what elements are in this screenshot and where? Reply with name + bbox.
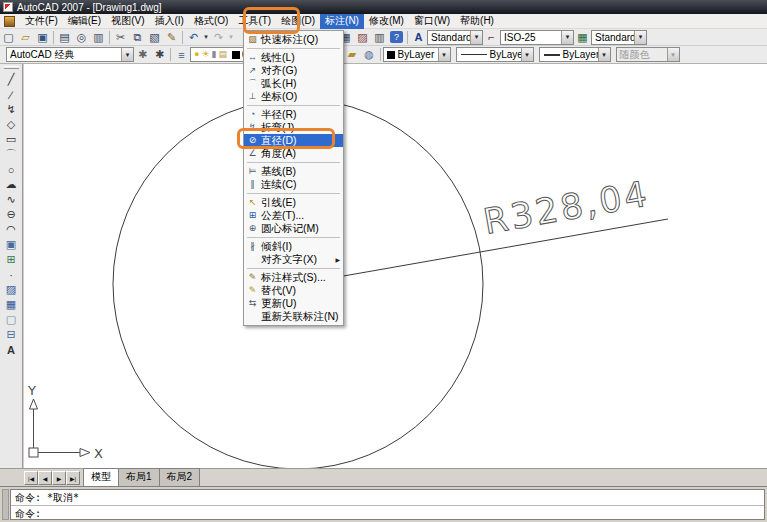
command-prompt-line[interactable]: 命令: <box>11 505 764 520</box>
combo-arrow-icon[interactable]: ▾ <box>598 48 610 61</box>
paste-icon[interactable]: ▧ <box>146 30 163 45</box>
menu-item-continue[interactable]: ∥ 连续(C) <box>244 178 343 191</box>
last-tab-button[interactable]: ▶| <box>66 471 80 485</box>
combo-arrow-icon[interactable]: ▾ <box>521 48 533 61</box>
make-block-icon[interactable]: ⊞ <box>3 252 20 267</box>
arc-icon[interactable]: ⌒ <box>3 147 20 162</box>
layer-states-icon[interactable]: ◍ <box>361 47 378 62</box>
command-window[interactable]: 命令: *取消* 命令: <box>10 489 765 520</box>
combo-arrow-icon[interactable]: ▾ <box>121 48 133 61</box>
menu-item-dimension-style[interactable]: ✎ 标注样式(S)... <box>244 271 343 284</box>
undo-icon[interactable]: ↶ <box>185 30 202 45</box>
copy-icon[interactable]: ⧉ <box>129 30 146 45</box>
combo-arrow-icon[interactable]: ▾ <box>470 31 482 44</box>
first-tab-button[interactable]: |◀ <box>24 471 38 485</box>
gradient-icon[interactable]: ▦ <box>3 297 20 312</box>
combo-arrow-icon[interactable]: ▾ <box>561 31 573 44</box>
table-style-combo[interactable]: Standard ▾ <box>591 30 647 45</box>
menu-item-ordinate[interactable]: ⊥ 坐标(O) <box>244 90 343 103</box>
drawing-file-icon[interactable] <box>4 16 15 27</box>
command-window-grip[interactable] <box>2 489 9 520</box>
tab-layout2[interactable]: 布局2 <box>159 468 201 486</box>
revision-cloud-icon[interactable]: ☁ <box>3 177 20 192</box>
lineweight-combo[interactable]: ByLayer ▾ <box>539 47 611 62</box>
layer-properties-icon[interactable]: ≡ <box>173 47 190 62</box>
drawing-area[interactable]: R328,04 Y X <box>24 64 767 468</box>
line-icon[interactable]: ╱ <box>3 72 20 87</box>
workspace-settings-icon[interactable]: ✱ <box>134 47 151 62</box>
save-icon[interactable]: ▣ <box>34 30 51 45</box>
menu-item-aligned[interactable]: ↗ 对齐(G) <box>244 64 343 77</box>
circle-icon[interactable]: ○ <box>3 162 20 177</box>
menu-dimension[interactable]: 标注(N) <box>320 14 364 29</box>
menu-item-update[interactable]: ⇆ 更新(U) <box>244 297 343 310</box>
undo-dropdown-icon[interactable]: ▾ <box>202 30 210 45</box>
region-icon[interactable]: ▢ <box>3 312 20 327</box>
menu-item-linear[interactable]: ↔ 线性(L) <box>244 51 343 64</box>
plot-preview-icon[interactable]: ◎ <box>73 30 90 45</box>
quickcalc-icon[interactable]: ▥ <box>371 30 388 45</box>
point-icon[interactable]: · <box>3 267 20 282</box>
markup-set-icon[interactable]: ▨ <box>354 30 371 45</box>
construction-line-icon[interactable]: ∕ <box>3 87 20 102</box>
color-combo[interactable]: ByLayer ▾ <box>383 47 451 62</box>
dim-style-combo[interactable]: ISO-25 ▾ <box>500 30 574 45</box>
ellipse-arc-icon[interactable]: ◠ <box>3 222 20 237</box>
plot-icon[interactable]: ▤ <box>56 30 73 45</box>
polygon-icon[interactable]: ◇ <box>3 117 20 132</box>
menu-item-override[interactable]: ✎ 替代(V) <box>244 284 343 297</box>
menu-item-oblique[interactable]: ∦ 倾斜(I) <box>244 240 343 253</box>
text-style-combo[interactable]: Standard ▾ <box>427 30 483 45</box>
workspace-combo[interactable]: AutoCAD 经典 ▾ <box>6 47 134 62</box>
ellipse-icon[interactable]: ⊖ <box>3 207 20 222</box>
tab-model[interactable]: 模型 <box>83 468 119 486</box>
menu-item-center-mark[interactable]: ⊕ 圆心标记(M) <box>244 222 343 235</box>
tab-layout1[interactable]: 布局1 <box>118 468 160 486</box>
open-file-icon[interactable]: ▱ <box>17 30 34 45</box>
redo-dropdown-icon[interactable]: ▾ <box>227 30 235 45</box>
menu-file[interactable]: 文件(F) <box>20 14 63 29</box>
menu-item-quick-dimension[interactable]: ▨ 快速标注(Q) <box>244 33 343 46</box>
layer-on-icon[interactable]: ● <box>194 50 199 59</box>
polyline-icon[interactable]: ↯ <box>3 102 20 117</box>
layer-plot-icon[interactable]: ▤ <box>218 50 227 59</box>
new-file-icon[interactable]: ▢ <box>0 30 17 45</box>
menu-item-tolerance[interactable]: ⊞ 公差(T)... <box>244 209 343 222</box>
layer-previous-icon[interactable]: ▰ <box>344 47 361 62</box>
cut-icon[interactable]: ✂ <box>112 30 129 45</box>
radius-dimension-text[interactable]: R328,04 <box>480 173 652 242</box>
publish-icon[interactable]: ▥ <box>90 30 107 45</box>
menu-item-reassociate[interactable]: 重新关联标注(N) <box>244 310 343 323</box>
combo-arrow-icon[interactable]: ▾ <box>634 31 646 44</box>
title-bar[interactable]: AutoCAD 2007 - [Drawing1.dwg] <box>0 0 767 14</box>
previous-tab-button[interactable]: ◀ <box>38 471 52 485</box>
layer-freeze-icon[interactable]: ☀ <box>201 50 209 59</box>
menu-modify[interactable]: 修改(M) <box>364 14 409 29</box>
menu-item-arc-length[interactable]: ⌒ 弧长(H) <box>244 77 343 90</box>
menu-format[interactable]: 格式(O) <box>189 14 233 29</box>
layer-lock-icon[interactable]: ▮ <box>212 50 217 59</box>
menu-window[interactable]: 窗口(W) <box>409 14 455 29</box>
redo-icon[interactable]: ↷ <box>210 30 227 45</box>
help-icon[interactable]: ? <box>390 31 403 43</box>
hatch-icon[interactable]: ▨ <box>3 282 20 297</box>
menu-item-radius[interactable]: ◔ 半径(R) <box>244 108 343 121</box>
insert-block-icon[interactable]: ▣ <box>3 237 20 252</box>
table-icon[interactable]: ⊟ <box>3 327 20 342</box>
next-tab-button[interactable]: ▶ <box>52 471 66 485</box>
multiline-text-icon[interactable]: A <box>3 342 20 357</box>
rectangle-icon[interactable]: ▭ <box>3 132 20 147</box>
menu-item-leader[interactable]: ↖ 引线(E) <box>244 196 343 209</box>
menu-edit[interactable]: 编辑(E) <box>63 14 106 29</box>
spline-icon[interactable]: ∿ <box>3 192 20 207</box>
match-properties-icon[interactable]: ✎ <box>163 30 180 45</box>
menu-item-baseline[interactable]: ⊨ 基线(B) <box>244 165 343 178</box>
workspace-save-icon[interactable]: ✱ <box>151 47 168 62</box>
menu-item-align-text[interactable]: 对齐文字(X) ▶ <box>244 253 343 266</box>
menu-help[interactable]: 帮助(H) <box>455 14 499 29</box>
toolbar-drag-handle[interactable] <box>4 66 19 69</box>
linetype-combo[interactable]: ByLayer ▾ <box>456 47 534 62</box>
menu-insert[interactable]: 插入(I) <box>149 14 188 29</box>
menu-view[interactable]: 视图(V) <box>106 14 149 29</box>
combo-arrow-icon[interactable]: ▾ <box>438 48 450 61</box>
